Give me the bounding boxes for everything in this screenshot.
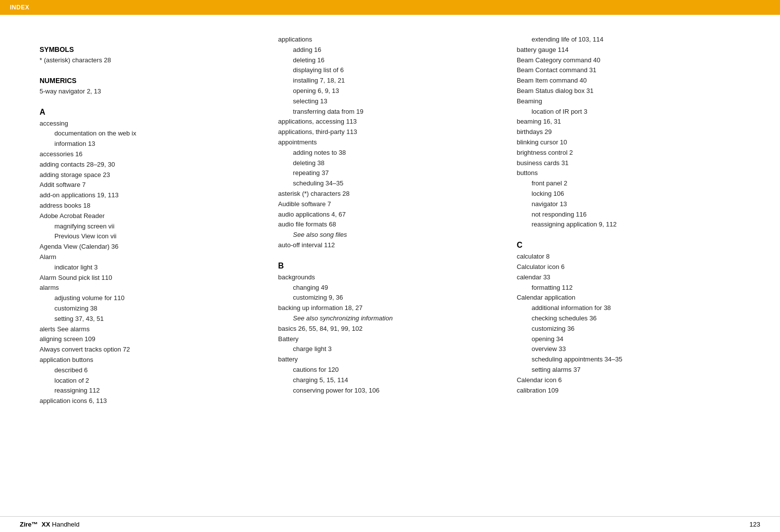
index-entry: installing 7, 18, 21 <box>278 76 487 86</box>
index-entry: reassigning application 9, 112 <box>517 220 726 230</box>
index-entry: reassigning 112 <box>40 386 248 396</box>
index-entry: backgrounds <box>278 272 487 283</box>
index-entry: auto-off interval 112 <box>278 240 487 251</box>
index-entry: documentation on the web ix <box>40 129 248 139</box>
index-entry: magnifying screen vii <box>40 222 248 232</box>
index-entry: audio file formats 68 <box>278 220 487 230</box>
index-entry: Beam Category command 40 <box>517 55 726 66</box>
index-entry: application buttons <box>40 355 248 365</box>
index-entry: Beaming <box>517 96 726 107</box>
index-entry: location of IR port 3 <box>517 107 726 117</box>
index-entry: front panel 2 <box>517 178 726 189</box>
index-entry: basics 26, 55, 84, 91, 99, 102 <box>278 324 487 334</box>
index-entry: overview 33 <box>517 344 726 355</box>
index-entry: aligning screen 109 <box>40 334 248 345</box>
footer-page-number: 123 <box>749 521 760 528</box>
index-entry: accessories 16 <box>40 149 248 160</box>
index-entry: alerts See alarms <box>40 324 248 335</box>
section-letter: B <box>278 262 487 270</box>
page-header: INDEX <box>0 0 780 15</box>
index-entry: appointments <box>278 137 487 148</box>
index-entry: setting 37, 43, 51 <box>40 314 248 324</box>
index-entry: Calendar application <box>517 293 726 303</box>
index-entry: applications, third-party 113 <box>278 127 487 137</box>
index-entry: additional information for 38 <box>517 303 726 313</box>
index-entry: business cards 31 <box>517 158 726 169</box>
index-entry: opening 34 <box>517 334 726 345</box>
index-entry: cautions for 120 <box>278 365 487 375</box>
index-entry: indicator light 3 <box>40 263 248 273</box>
index-entry: * (asterisk) characters 28 <box>40 55 248 66</box>
index-entry: adding storage space 23 <box>40 170 248 180</box>
index-entry: battery <box>278 355 487 365</box>
index-entry: brightness control 2 <box>517 148 726 158</box>
index-entry: Addit software 7 <box>40 180 248 190</box>
index-entry: adding contacts 28–29, 30 <box>40 160 248 170</box>
index-entry: buttons <box>517 168 726 178</box>
index-entry: Beam Item command 40 <box>517 76 726 86</box>
index-entry: See also song files <box>278 230 487 240</box>
header-title: INDEX <box>10 4 29 11</box>
index-entry: applications, accessing 113 <box>278 117 487 127</box>
index-entry: conserving power for 103, 106 <box>278 386 487 396</box>
index-entry: checking schedules 36 <box>517 313 726 324</box>
column-2: applicationsadding 16deleting 16displayi… <box>263 35 502 406</box>
index-entry: Alarm Sound pick list 110 <box>40 273 248 283</box>
index-entry: described 6 <box>40 365 248 376</box>
index-entry: calculator 8 <box>517 252 726 262</box>
index-entry: customizing 38 <box>40 304 248 314</box>
index-entry: not responding 116 <box>517 210 726 220</box>
index-entry: Alarm <box>40 252 248 263</box>
index-entry: changing 49 <box>278 283 487 293</box>
section-letter: A <box>40 108 248 117</box>
index-entry: birthdays 29 <box>517 127 726 137</box>
main-content: SYMBOLS* (asterisk) characters 28NUMERIC… <box>0 15 780 426</box>
index-entry: adding notes to 38 <box>278 148 487 158</box>
index-entry: Agenda View (Calendar) 36 <box>40 242 248 252</box>
index-entry: locking 106 <box>517 189 726 199</box>
index-entry: address books 18 <box>40 201 248 211</box>
index-entry: repeating 37 <box>278 168 487 178</box>
index-entry: selecting 13 <box>278 96 487 107</box>
index-entry: Adobe Acrobat Reader <box>40 211 248 222</box>
index-entry: Beam Status dialog box 31 <box>517 86 726 96</box>
index-entry: deleting 38 <box>278 158 487 169</box>
index-entry: adjusting volume for 110 <box>40 293 248 304</box>
index-entry: battery gauge 114 <box>517 45 726 55</box>
index-entry: navigator 13 <box>517 199 726 210</box>
index-entry: Calendar icon 6 <box>517 375 726 386</box>
index-entry: audio applications 4, 67 <box>278 210 487 220</box>
index-entry: asterisk (*) characters 28 <box>278 189 487 199</box>
index-entry: add-on applications 19, 113 <box>40 190 248 201</box>
index-entry: Calculator icon 6 <box>517 262 726 272</box>
index-entry: beaming 16, 31 <box>517 117 726 127</box>
index-entry: Battery <box>278 334 487 345</box>
index-entry: calibration 109 <box>517 386 726 396</box>
index-entry: setting alarms 37 <box>517 365 726 375</box>
footer-brand: Zire™ XX Handheld <box>20 521 80 528</box>
index-entry: scheduling appointments 34–35 <box>517 355 726 365</box>
index-entry: customizing 9, 36 <box>278 293 487 303</box>
index-entry: Previous View icon vii <box>40 231 248 242</box>
section-header: NUMERICS <box>40 77 248 85</box>
index-entry: displaying list of 6 <box>278 65 487 76</box>
index-entry: calendar 33 <box>517 272 726 283</box>
index-entry: Audible software 7 <box>278 199 487 210</box>
index-entry: charge light 3 <box>278 344 487 355</box>
index-entry: Beam Contact command 31 <box>517 65 726 76</box>
index-entry: customizing 36 <box>517 324 726 334</box>
index-entry: alarms <box>40 283 248 293</box>
index-entry: charging 5, 15, 114 <box>278 375 487 386</box>
index-entry: extending life of 103, 114 <box>517 35 726 45</box>
index-entry: application icons 6, 113 <box>40 396 248 406</box>
index-entry: formatting 112 <box>517 283 726 293</box>
section-header: SYMBOLS <box>40 45 248 53</box>
index-entry: opening 6, 9, 13 <box>278 86 487 96</box>
index-entry: See also synchronizing information <box>278 313 487 324</box>
index-entry: location of 2 <box>40 376 248 386</box>
column-3: extending life of 103, 114battery gauge … <box>502 35 740 406</box>
index-entry: 5-way navigator 2, 13 <box>40 87 248 97</box>
index-entry: Always convert tracks option 72 <box>40 345 248 355</box>
index-entry: information 13 <box>40 139 248 149</box>
index-entry: applications <box>278 35 487 45</box>
